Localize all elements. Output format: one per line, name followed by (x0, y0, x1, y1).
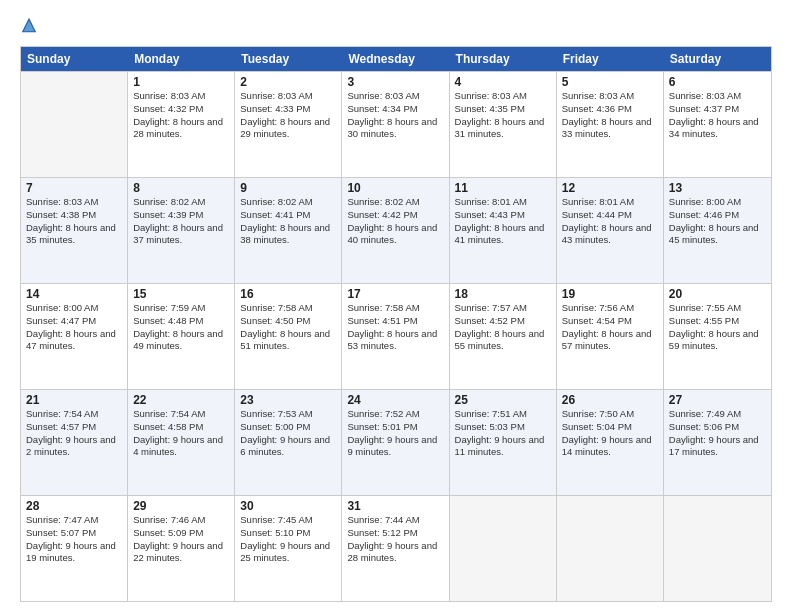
calendar-cell: 10Sunrise: 8:02 AMSunset: 4:42 PMDayligh… (342, 178, 449, 283)
calendar-cell: 14Sunrise: 8:00 AMSunset: 4:47 PMDayligh… (21, 284, 128, 389)
cell-date: 30 (240, 499, 336, 513)
cell-info: Sunrise: 7:56 AMSunset: 4:54 PMDaylight:… (562, 302, 658, 353)
header-day-wednesday: Wednesday (342, 47, 449, 71)
cell-info: Sunrise: 7:49 AMSunset: 5:06 PMDaylight:… (669, 408, 766, 459)
cell-info: Sunrise: 7:51 AMSunset: 5:03 PMDaylight:… (455, 408, 551, 459)
cell-date: 9 (240, 181, 336, 195)
cell-date: 11 (455, 181, 551, 195)
cell-info: Sunrise: 8:03 AMSunset: 4:36 PMDaylight:… (562, 90, 658, 141)
cell-date: 20 (669, 287, 766, 301)
cell-date: 25 (455, 393, 551, 407)
cell-date: 16 (240, 287, 336, 301)
cell-info: Sunrise: 7:58 AMSunset: 4:51 PMDaylight:… (347, 302, 443, 353)
calendar-cell: 26Sunrise: 7:50 AMSunset: 5:04 PMDayligh… (557, 390, 664, 495)
cell-date: 15 (133, 287, 229, 301)
header (20, 16, 772, 38)
cell-info: Sunrise: 8:00 AMSunset: 4:47 PMDaylight:… (26, 302, 122, 353)
calendar-header: SundayMondayTuesdayWednesdayThursdayFrid… (21, 47, 771, 71)
cell-date: 31 (347, 499, 443, 513)
cell-info: Sunrise: 7:54 AMSunset: 4:58 PMDaylight:… (133, 408, 229, 459)
cell-date: 2 (240, 75, 336, 89)
calendar-cell: 27Sunrise: 7:49 AMSunset: 5:06 PMDayligh… (664, 390, 771, 495)
calendar-cell: 8Sunrise: 8:02 AMSunset: 4:39 PMDaylight… (128, 178, 235, 283)
cell-date: 29 (133, 499, 229, 513)
calendar-body: 1Sunrise: 8:03 AMSunset: 4:32 PMDaylight… (21, 71, 771, 601)
cell-info: Sunrise: 7:59 AMSunset: 4:48 PMDaylight:… (133, 302, 229, 353)
cell-date: 7 (26, 181, 122, 195)
cell-info: Sunrise: 8:03 AMSunset: 4:32 PMDaylight:… (133, 90, 229, 141)
cell-info: Sunrise: 8:02 AMSunset: 4:42 PMDaylight:… (347, 196, 443, 247)
cell-date: 26 (562, 393, 658, 407)
header-day-saturday: Saturday (664, 47, 771, 71)
cell-date: 24 (347, 393, 443, 407)
cell-info: Sunrise: 8:03 AMSunset: 4:35 PMDaylight:… (455, 90, 551, 141)
calendar-row-5: 28Sunrise: 7:47 AMSunset: 5:07 PMDayligh… (21, 495, 771, 601)
cell-info: Sunrise: 7:46 AMSunset: 5:09 PMDaylight:… (133, 514, 229, 565)
cell-info: Sunrise: 7:58 AMSunset: 4:50 PMDaylight:… (240, 302, 336, 353)
calendar-cell: 6Sunrise: 8:03 AMSunset: 4:37 PMDaylight… (664, 72, 771, 177)
cell-date: 8 (133, 181, 229, 195)
page: SundayMondayTuesdayWednesdayThursdayFrid… (0, 0, 792, 612)
calendar-cell: 16Sunrise: 7:58 AMSunset: 4:50 PMDayligh… (235, 284, 342, 389)
calendar-cell: 25Sunrise: 7:51 AMSunset: 5:03 PMDayligh… (450, 390, 557, 495)
cell-info: Sunrise: 8:01 AMSunset: 4:43 PMDaylight:… (455, 196, 551, 247)
cell-date: 21 (26, 393, 122, 407)
calendar-cell: 4Sunrise: 8:03 AMSunset: 4:35 PMDaylight… (450, 72, 557, 177)
calendar-cell (664, 496, 771, 601)
calendar-cell: 31Sunrise: 7:44 AMSunset: 5:12 PMDayligh… (342, 496, 449, 601)
calendar-cell: 22Sunrise: 7:54 AMSunset: 4:58 PMDayligh… (128, 390, 235, 495)
cell-date: 14 (26, 287, 122, 301)
cell-info: Sunrise: 8:03 AMSunset: 4:37 PMDaylight:… (669, 90, 766, 141)
header-day-tuesday: Tuesday (235, 47, 342, 71)
cell-date: 1 (133, 75, 229, 89)
calendar-cell: 28Sunrise: 7:47 AMSunset: 5:07 PMDayligh… (21, 496, 128, 601)
calendar-cell: 18Sunrise: 7:57 AMSunset: 4:52 PMDayligh… (450, 284, 557, 389)
calendar-cell: 24Sunrise: 7:52 AMSunset: 5:01 PMDayligh… (342, 390, 449, 495)
cell-info: Sunrise: 8:03 AMSunset: 4:34 PMDaylight:… (347, 90, 443, 141)
calendar-cell: 15Sunrise: 7:59 AMSunset: 4:48 PMDayligh… (128, 284, 235, 389)
cell-date: 28 (26, 499, 122, 513)
cell-date: 23 (240, 393, 336, 407)
calendar-cell: 5Sunrise: 8:03 AMSunset: 4:36 PMDaylight… (557, 72, 664, 177)
calendar-cell: 19Sunrise: 7:56 AMSunset: 4:54 PMDayligh… (557, 284, 664, 389)
cell-date: 18 (455, 287, 551, 301)
header-day-friday: Friday (557, 47, 664, 71)
calendar-row-2: 7Sunrise: 8:03 AMSunset: 4:38 PMDaylight… (21, 177, 771, 283)
calendar-cell: 21Sunrise: 7:54 AMSunset: 4:57 PMDayligh… (21, 390, 128, 495)
cell-date: 5 (562, 75, 658, 89)
calendar-cell: 23Sunrise: 7:53 AMSunset: 5:00 PMDayligh… (235, 390, 342, 495)
cell-info: Sunrise: 7:44 AMSunset: 5:12 PMDaylight:… (347, 514, 443, 565)
cell-info: Sunrise: 7:52 AMSunset: 5:01 PMDaylight:… (347, 408, 443, 459)
cell-info: Sunrise: 8:03 AMSunset: 4:38 PMDaylight:… (26, 196, 122, 247)
cell-date: 10 (347, 181, 443, 195)
calendar-cell (21, 72, 128, 177)
cell-info: Sunrise: 8:02 AMSunset: 4:39 PMDaylight:… (133, 196, 229, 247)
cell-info: Sunrise: 7:54 AMSunset: 4:57 PMDaylight:… (26, 408, 122, 459)
calendar: SundayMondayTuesdayWednesdayThursdayFrid… (20, 46, 772, 602)
calendar-cell: 12Sunrise: 8:01 AMSunset: 4:44 PMDayligh… (557, 178, 664, 283)
cell-date: 12 (562, 181, 658, 195)
header-day-thursday: Thursday (450, 47, 557, 71)
cell-date: 13 (669, 181, 766, 195)
cell-date: 17 (347, 287, 443, 301)
logo-icon (20, 16, 38, 34)
calendar-cell: 20Sunrise: 7:55 AMSunset: 4:55 PMDayligh… (664, 284, 771, 389)
calendar-row-3: 14Sunrise: 8:00 AMSunset: 4:47 PMDayligh… (21, 283, 771, 389)
cell-info: Sunrise: 7:50 AMSunset: 5:04 PMDaylight:… (562, 408, 658, 459)
cell-info: Sunrise: 7:47 AMSunset: 5:07 PMDaylight:… (26, 514, 122, 565)
calendar-cell (450, 496, 557, 601)
cell-date: 4 (455, 75, 551, 89)
calendar-cell: 3Sunrise: 8:03 AMSunset: 4:34 PMDaylight… (342, 72, 449, 177)
calendar-cell: 2Sunrise: 8:03 AMSunset: 4:33 PMDaylight… (235, 72, 342, 177)
calendar-cell: 13Sunrise: 8:00 AMSunset: 4:46 PMDayligh… (664, 178, 771, 283)
cell-date: 19 (562, 287, 658, 301)
cell-info: Sunrise: 7:57 AMSunset: 4:52 PMDaylight:… (455, 302, 551, 353)
calendar-cell (557, 496, 664, 601)
calendar-cell: 29Sunrise: 7:46 AMSunset: 5:09 PMDayligh… (128, 496, 235, 601)
cell-info: Sunrise: 7:55 AMSunset: 4:55 PMDaylight:… (669, 302, 766, 353)
calendar-cell: 30Sunrise: 7:45 AMSunset: 5:10 PMDayligh… (235, 496, 342, 601)
cell-date: 27 (669, 393, 766, 407)
logo (20, 16, 42, 38)
cell-date: 22 (133, 393, 229, 407)
cell-info: Sunrise: 8:00 AMSunset: 4:46 PMDaylight:… (669, 196, 766, 247)
